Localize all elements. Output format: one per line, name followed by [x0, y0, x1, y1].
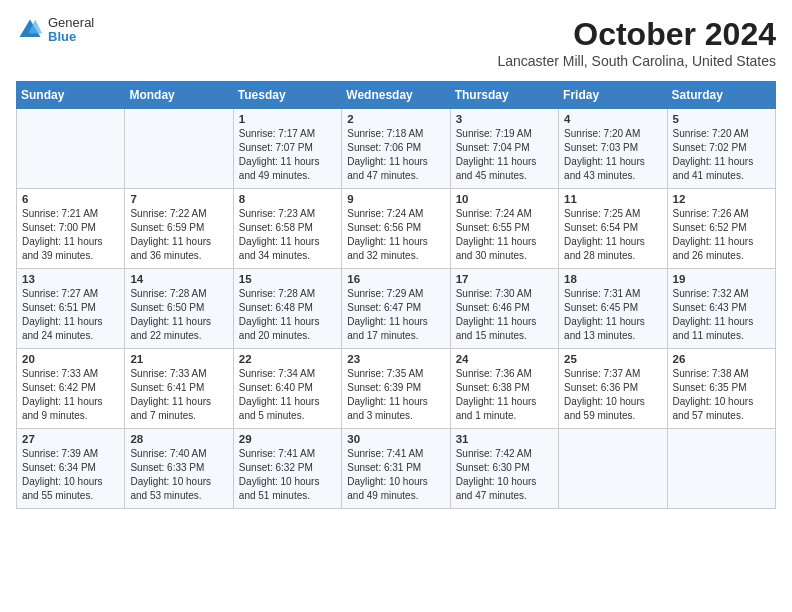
day-number: 31 — [456, 433, 553, 445]
cell-content: Sunrise: 7:20 AM Sunset: 7:03 PM Dayligh… — [564, 127, 661, 183]
week-row-3: 13Sunrise: 7:27 AM Sunset: 6:51 PM Dayli… — [17, 269, 776, 349]
calendar-cell: 5Sunrise: 7:20 AM Sunset: 7:02 PM Daylig… — [667, 109, 775, 189]
cell-content: Sunrise: 7:39 AM Sunset: 6:34 PM Dayligh… — [22, 447, 119, 503]
calendar-cell: 16Sunrise: 7:29 AM Sunset: 6:47 PM Dayli… — [342, 269, 450, 349]
cell-content: Sunrise: 7:34 AM Sunset: 6:40 PM Dayligh… — [239, 367, 336, 423]
cell-content: Sunrise: 7:21 AM Sunset: 7:00 PM Dayligh… — [22, 207, 119, 263]
calendar-cell: 14Sunrise: 7:28 AM Sunset: 6:50 PM Dayli… — [125, 269, 233, 349]
calendar-cell: 31Sunrise: 7:42 AM Sunset: 6:30 PM Dayli… — [450, 429, 558, 509]
day-number: 26 — [673, 353, 770, 365]
calendar-cell: 28Sunrise: 7:40 AM Sunset: 6:33 PM Dayli… — [125, 429, 233, 509]
day-number: 29 — [239, 433, 336, 445]
calendar-cell: 27Sunrise: 7:39 AM Sunset: 6:34 PM Dayli… — [17, 429, 125, 509]
cell-content: Sunrise: 7:24 AM Sunset: 6:56 PM Dayligh… — [347, 207, 444, 263]
header-thursday: Thursday — [450, 82, 558, 109]
day-number: 10 — [456, 193, 553, 205]
cell-content: Sunrise: 7:28 AM Sunset: 6:48 PM Dayligh… — [239, 287, 336, 343]
day-number: 12 — [673, 193, 770, 205]
calendar-cell: 25Sunrise: 7:37 AM Sunset: 6:36 PM Dayli… — [559, 349, 667, 429]
calendar-cell: 9Sunrise: 7:24 AM Sunset: 6:56 PM Daylig… — [342, 189, 450, 269]
cell-content: Sunrise: 7:41 AM Sunset: 6:32 PM Dayligh… — [239, 447, 336, 503]
cell-content: Sunrise: 7:42 AM Sunset: 6:30 PM Dayligh… — [456, 447, 553, 503]
day-number: 24 — [456, 353, 553, 365]
calendar-cell: 6Sunrise: 7:21 AM Sunset: 7:00 PM Daylig… — [17, 189, 125, 269]
calendar-cell: 24Sunrise: 7:36 AM Sunset: 6:38 PM Dayli… — [450, 349, 558, 429]
day-number: 15 — [239, 273, 336, 285]
month-title: October 2024 — [497, 16, 776, 53]
calendar-cell: 23Sunrise: 7:35 AM Sunset: 6:39 PM Dayli… — [342, 349, 450, 429]
day-number: 9 — [347, 193, 444, 205]
cell-content: Sunrise: 7:17 AM Sunset: 7:07 PM Dayligh… — [239, 127, 336, 183]
calendar-cell: 22Sunrise: 7:34 AM Sunset: 6:40 PM Dayli… — [233, 349, 341, 429]
cell-content: Sunrise: 7:37 AM Sunset: 6:36 PM Dayligh… — [564, 367, 661, 423]
calendar-cell: 8Sunrise: 7:23 AM Sunset: 6:58 PM Daylig… — [233, 189, 341, 269]
week-row-5: 27Sunrise: 7:39 AM Sunset: 6:34 PM Dayli… — [17, 429, 776, 509]
logo-blue-text: Blue — [48, 30, 94, 44]
day-number: 5 — [673, 113, 770, 125]
day-number: 30 — [347, 433, 444, 445]
day-number: 3 — [456, 113, 553, 125]
cell-content: Sunrise: 7:41 AM Sunset: 6:31 PM Dayligh… — [347, 447, 444, 503]
day-number: 1 — [239, 113, 336, 125]
calendar-cell: 18Sunrise: 7:31 AM Sunset: 6:45 PM Dayli… — [559, 269, 667, 349]
calendar-cell: 11Sunrise: 7:25 AM Sunset: 6:54 PM Dayli… — [559, 189, 667, 269]
header-saturday: Saturday — [667, 82, 775, 109]
cell-content: Sunrise: 7:22 AM Sunset: 6:59 PM Dayligh… — [130, 207, 227, 263]
calendar-cell: 4Sunrise: 7:20 AM Sunset: 7:03 PM Daylig… — [559, 109, 667, 189]
calendar-body: 1Sunrise: 7:17 AM Sunset: 7:07 PM Daylig… — [17, 109, 776, 509]
calendar-cell: 20Sunrise: 7:33 AM Sunset: 6:42 PM Dayli… — [17, 349, 125, 429]
calendar-header: SundayMondayTuesdayWednesdayThursdayFrid… — [17, 82, 776, 109]
calendar-cell: 26Sunrise: 7:38 AM Sunset: 6:35 PM Dayli… — [667, 349, 775, 429]
cell-content: Sunrise: 7:32 AM Sunset: 6:43 PM Dayligh… — [673, 287, 770, 343]
location: Lancaster Mill, South Carolina, United S… — [497, 53, 776, 69]
calendar-cell: 29Sunrise: 7:41 AM Sunset: 6:32 PM Dayli… — [233, 429, 341, 509]
calendar-cell: 30Sunrise: 7:41 AM Sunset: 6:31 PM Dayli… — [342, 429, 450, 509]
calendar-cell: 7Sunrise: 7:22 AM Sunset: 6:59 PM Daylig… — [125, 189, 233, 269]
calendar-cell: 13Sunrise: 7:27 AM Sunset: 6:51 PM Dayli… — [17, 269, 125, 349]
week-row-1: 1Sunrise: 7:17 AM Sunset: 7:07 PM Daylig… — [17, 109, 776, 189]
cell-content: Sunrise: 7:26 AM Sunset: 6:52 PM Dayligh… — [673, 207, 770, 263]
cell-content: Sunrise: 7:30 AM Sunset: 6:46 PM Dayligh… — [456, 287, 553, 343]
day-number: 21 — [130, 353, 227, 365]
cell-content: Sunrise: 7:18 AM Sunset: 7:06 PM Dayligh… — [347, 127, 444, 183]
header-friday: Friday — [559, 82, 667, 109]
cell-content: Sunrise: 7:40 AM Sunset: 6:33 PM Dayligh… — [130, 447, 227, 503]
calendar-cell: 12Sunrise: 7:26 AM Sunset: 6:52 PM Dayli… — [667, 189, 775, 269]
calendar-cell — [559, 429, 667, 509]
header-sunday: Sunday — [17, 82, 125, 109]
calendar-table: SundayMondayTuesdayWednesdayThursdayFrid… — [16, 81, 776, 509]
cell-content: Sunrise: 7:36 AM Sunset: 6:38 PM Dayligh… — [456, 367, 553, 423]
cell-content: Sunrise: 7:33 AM Sunset: 6:42 PM Dayligh… — [22, 367, 119, 423]
day-number: 16 — [347, 273, 444, 285]
day-number: 7 — [130, 193, 227, 205]
day-number: 8 — [239, 193, 336, 205]
day-number: 14 — [130, 273, 227, 285]
header-wednesday: Wednesday — [342, 82, 450, 109]
week-row-2: 6Sunrise: 7:21 AM Sunset: 7:00 PM Daylig… — [17, 189, 776, 269]
cell-content: Sunrise: 7:19 AM Sunset: 7:04 PM Dayligh… — [456, 127, 553, 183]
day-number: 11 — [564, 193, 661, 205]
day-number: 4 — [564, 113, 661, 125]
day-number: 28 — [130, 433, 227, 445]
day-number: 6 — [22, 193, 119, 205]
calendar-cell — [17, 109, 125, 189]
cell-content: Sunrise: 7:24 AM Sunset: 6:55 PM Dayligh… — [456, 207, 553, 263]
calendar-cell: 10Sunrise: 7:24 AM Sunset: 6:55 PM Dayli… — [450, 189, 558, 269]
cell-content: Sunrise: 7:35 AM Sunset: 6:39 PM Dayligh… — [347, 367, 444, 423]
day-number: 17 — [456, 273, 553, 285]
calendar-cell: 15Sunrise: 7:28 AM Sunset: 6:48 PM Dayli… — [233, 269, 341, 349]
calendar-cell: 19Sunrise: 7:32 AM Sunset: 6:43 PM Dayli… — [667, 269, 775, 349]
day-number: 27 — [22, 433, 119, 445]
cell-content: Sunrise: 7:29 AM Sunset: 6:47 PM Dayligh… — [347, 287, 444, 343]
header-tuesday: Tuesday — [233, 82, 341, 109]
cell-content: Sunrise: 7:27 AM Sunset: 6:51 PM Dayligh… — [22, 287, 119, 343]
cell-content: Sunrise: 7:23 AM Sunset: 6:58 PM Dayligh… — [239, 207, 336, 263]
cell-content: Sunrise: 7:28 AM Sunset: 6:50 PM Dayligh… — [130, 287, 227, 343]
calendar-cell: 1Sunrise: 7:17 AM Sunset: 7:07 PM Daylig… — [233, 109, 341, 189]
day-number: 22 — [239, 353, 336, 365]
day-number: 19 — [673, 273, 770, 285]
calendar-cell: 2Sunrise: 7:18 AM Sunset: 7:06 PM Daylig… — [342, 109, 450, 189]
calendar-cell: 17Sunrise: 7:30 AM Sunset: 6:46 PM Dayli… — [450, 269, 558, 349]
cell-content: Sunrise: 7:25 AM Sunset: 6:54 PM Dayligh… — [564, 207, 661, 263]
day-number: 18 — [564, 273, 661, 285]
